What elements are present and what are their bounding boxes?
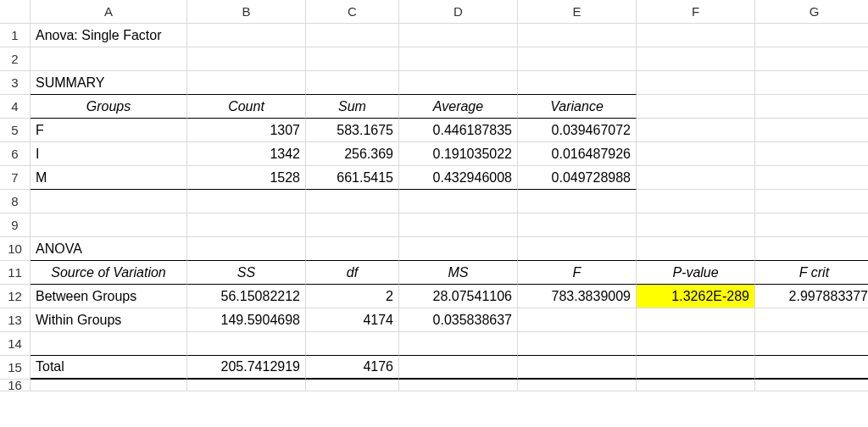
cell-E4[interactable]: Variance xyxy=(518,95,637,119)
cell-E7[interactable]: 0.049728988 xyxy=(518,166,637,190)
cell-B3[interactable] xyxy=(187,71,306,95)
cell-F15[interactable] xyxy=(637,356,755,380)
cell-G5[interactable] xyxy=(755,119,868,142)
cell-G1[interactable] xyxy=(755,24,868,47)
cell-D16[interactable] xyxy=(399,380,518,391)
cell-D5[interactable]: 0.446187835 xyxy=(399,119,518,142)
cell-E14[interactable] xyxy=(518,332,637,356)
cell-C6[interactable]: 256.369 xyxy=(306,142,399,166)
cell-F13[interactable] xyxy=(637,308,755,332)
cell-C15[interactable]: 4176 xyxy=(306,356,399,380)
cell-D3[interactable] xyxy=(399,71,518,95)
cell-E5[interactable]: 0.039467072 xyxy=(518,119,637,142)
cell-E15[interactable] xyxy=(518,356,637,380)
cell-F6[interactable] xyxy=(637,142,755,166)
cell-G8[interactable] xyxy=(755,190,868,214)
cell-C5[interactable]: 583.1675 xyxy=(306,119,399,142)
cell-A9[interactable] xyxy=(31,214,187,237)
cell-C12[interactable]: 2 xyxy=(306,285,399,308)
cell-G13[interactable] xyxy=(755,308,868,332)
cell-A11[interactable]: Source of Variation xyxy=(31,261,187,285)
cell-B6[interactable]: 1342 xyxy=(187,142,306,166)
cell-E1[interactable] xyxy=(518,24,637,47)
row-header-1[interactable]: 1 xyxy=(0,24,31,47)
cell-B4[interactable]: Count xyxy=(187,95,306,119)
cell-E2[interactable] xyxy=(518,47,637,71)
cell-C16[interactable] xyxy=(306,380,399,391)
cell-F1[interactable] xyxy=(637,24,755,47)
col-header-D[interactable]: D xyxy=(399,0,518,24)
cell-G6[interactable] xyxy=(755,142,868,166)
cell-A15[interactable]: Total xyxy=(31,356,187,380)
cell-D13[interactable]: 0.035838637 xyxy=(399,308,518,332)
cell-F16[interactable] xyxy=(637,380,755,391)
cell-B1[interactable] xyxy=(187,24,306,47)
cell-D4[interactable]: Average xyxy=(399,95,518,119)
cell-A2[interactable] xyxy=(31,47,187,71)
cell-F12[interactable]: 1.3262E-289 xyxy=(637,285,755,308)
cell-F10[interactable] xyxy=(637,237,755,261)
cell-F3[interactable] xyxy=(637,71,755,95)
cell-B10[interactable] xyxy=(187,237,306,261)
row-header-14[interactable]: 14 xyxy=(0,332,31,356)
row-header-6[interactable]: 6 xyxy=(0,142,31,166)
cell-G12[interactable]: 2.997883377 xyxy=(755,285,868,308)
cell-G9[interactable] xyxy=(755,214,868,237)
cell-B9[interactable] xyxy=(187,214,306,237)
row-header-4[interactable]: 4 xyxy=(0,95,31,119)
cell-B12[interactable]: 56.15082212 xyxy=(187,285,306,308)
cell-A1[interactable]: Anova: Single Factor xyxy=(31,24,187,47)
cell-B7[interactable]: 1528 xyxy=(187,166,306,190)
cell-A12[interactable]: Between Groups xyxy=(31,285,187,308)
row-header-5[interactable]: 5 xyxy=(0,119,31,142)
cell-G3[interactable] xyxy=(755,71,868,95)
col-header-A[interactable]: A xyxy=(31,0,187,24)
cell-G4[interactable] xyxy=(755,95,868,119)
cell-G10[interactable] xyxy=(755,237,868,261)
cell-F2[interactable] xyxy=(637,47,755,71)
cell-B14[interactable] xyxy=(187,332,306,356)
cell-G14[interactable] xyxy=(755,332,868,356)
col-header-G[interactable]: G xyxy=(755,0,868,24)
cell-A13[interactable]: Within Groups xyxy=(31,308,187,332)
cell-A16[interactable] xyxy=(31,380,187,391)
cell-G11[interactable]: F crit xyxy=(755,261,868,285)
cell-B8[interactable] xyxy=(187,190,306,214)
cell-F9[interactable] xyxy=(637,214,755,237)
cell-D1[interactable] xyxy=(399,24,518,47)
row-header-2[interactable]: 2 xyxy=(0,47,31,71)
cell-B15[interactable]: 205.7412919 xyxy=(187,356,306,380)
cell-C10[interactable] xyxy=(306,237,399,261)
cell-F11[interactable]: P-value xyxy=(637,261,755,285)
cell-E3[interactable] xyxy=(518,71,637,95)
cell-D9[interactable] xyxy=(399,214,518,237)
cell-E13[interactable] xyxy=(518,308,637,332)
col-header-C[interactable]: C xyxy=(306,0,399,24)
cell-A5[interactable]: F xyxy=(31,119,187,142)
row-header-12[interactable]: 12 xyxy=(0,285,31,308)
row-header-9[interactable]: 9 xyxy=(0,214,31,237)
cell-E10[interactable] xyxy=(518,237,637,261)
row-header-11[interactable]: 11 xyxy=(0,261,31,285)
cell-C4[interactable]: Sum xyxy=(306,95,399,119)
row-header-15[interactable]: 15 xyxy=(0,356,31,380)
cell-F8[interactable] xyxy=(637,190,755,214)
row-header-16[interactable]: 16 xyxy=(0,380,31,391)
cell-A14[interactable] xyxy=(31,332,187,356)
cell-C14[interactable] xyxy=(306,332,399,356)
spreadsheet-grid[interactable]: A B C D E F G 1 Anova: Single Factor 2 3… xyxy=(0,0,868,391)
cell-B11[interactable]: SS xyxy=(187,261,306,285)
cell-C7[interactable]: 661.5415 xyxy=(306,166,399,190)
cell-D2[interactable] xyxy=(399,47,518,71)
cell-C11[interactable]: df xyxy=(306,261,399,285)
cell-F7[interactable] xyxy=(637,166,755,190)
cell-F4[interactable] xyxy=(637,95,755,119)
cell-D7[interactable]: 0.432946008 xyxy=(399,166,518,190)
cell-C1[interactable] xyxy=(306,24,399,47)
row-header-8[interactable]: 8 xyxy=(0,190,31,214)
col-header-F[interactable]: F xyxy=(637,0,755,24)
cell-G15[interactable] xyxy=(755,356,868,380)
cell-G16[interactable] xyxy=(755,380,868,391)
cell-E12[interactable]: 783.3839009 xyxy=(518,285,637,308)
cell-E11[interactable]: F xyxy=(518,261,637,285)
